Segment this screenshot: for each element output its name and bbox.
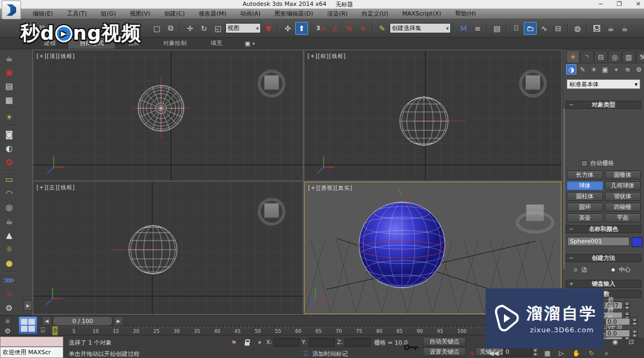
tab-motion[interactable]: ◎	[608, 50, 621, 63]
environment-sphere-icon[interactable]: ◐	[3, 142, 16, 155]
isolate-selection-icon[interactable]: ▦	[541, 348, 554, 358]
center-radio[interactable]	[610, 267, 616, 273]
edit-named-selection-icon[interactable]: ✎	[376, 22, 389, 35]
primitive-button[interactable]: 长方体	[567, 170, 603, 180]
x-coordinate-field[interactable]	[274, 338, 299, 347]
primitive-button[interactable]: 圆环	[567, 203, 603, 212]
render-setup-icon[interactable]: ◍	[571, 22, 584, 35]
ribbon-tab[interactable]: 填充	[199, 38, 234, 49]
close-button[interactable]: ✕	[636, 0, 641, 8]
rollout-object-type[interactable]: − 对象类型	[566, 101, 641, 109]
tab-modify[interactable]: ◝	[580, 50, 594, 63]
schematic-view-icon[interactable]: ⊟	[552, 22, 565, 35]
pan-icon[interactable]: ✋	[570, 348, 583, 358]
primitive-button[interactable]: 圆锥体	[605, 170, 641, 180]
viewport-front[interactable]: [+][前][线框]	[304, 50, 561, 181]
sky-light-icon[interactable]: ●	[3, 257, 16, 270]
menu-item[interactable]: 视图(V)	[123, 9, 157, 19]
rollout-keyboard-entry[interactable]: + 键盘输入	[566, 280, 641, 288]
next-frame-button[interactable]: ▶	[114, 316, 123, 326]
spacewarps-icon[interactable]: ≋	[623, 64, 633, 74]
frame-display[interactable]: 0 / 100	[53, 316, 113, 326]
menu-item[interactable]: 图形编辑器(D)	[268, 9, 320, 19]
named-selection-set-dropdown[interactable]: 创建选择集▾	[390, 23, 451, 33]
ring-light-icon[interactable]: ◎	[3, 201, 16, 214]
maxscript-listener-line[interactable]: 欢迎使用 MAXScr	[0, 347, 63, 358]
sun-light-icon[interactable]: ☼	[3, 243, 16, 256]
align-icon[interactable]: ≡	[471, 22, 484, 35]
set-key-icon[interactable]	[402, 337, 421, 357]
panel-scrollbar[interactable]	[563, 108, 565, 269]
viewcube[interactable]	[257, 197, 287, 227]
edge-radio-row[interactable]: 边	[573, 266, 587, 274]
viewport-label[interactable]: [+][前][线框]	[308, 53, 346, 60]
viewcube[interactable]	[257, 69, 287, 99]
viewport-left[interactable]: [+][左][线框]	[33, 182, 303, 314]
primitive-button[interactable]: 圆柱体	[567, 192, 603, 201]
minimize-button[interactable]: ─	[599, 0, 603, 8]
rendered-frame-icon[interactable]: ⛾	[590, 22, 603, 35]
array-tool-icon[interactable]: ⋙	[3, 274, 16, 287]
render-iterative-icon[interactable]: ☕	[618, 22, 631, 35]
pin-stack-icon[interactable]: ⚑	[228, 338, 240, 347]
menu-item[interactable]: 渲染(R)	[320, 9, 355, 19]
shapes-icon[interactable]: ✎	[577, 64, 588, 74]
object-name-field[interactable]: Sphere001	[567, 237, 630, 246]
menu-item[interactable]: 帮助(H)	[448, 9, 483, 19]
add-time-tag-icon[interactable]: ⌻	[301, 349, 311, 358]
slice-from-spinner[interactable]: ▲▼	[632, 317, 638, 326]
fov-icon[interactable]: ▷	[555, 348, 568, 358]
camera-icon[interactable]: ◙	[3, 128, 16, 141]
helpers-icon[interactable]: ⌖	[611, 64, 621, 74]
primitive-button[interactable]: 管状体	[605, 192, 641, 201]
curve-editor-icon[interactable]: ∿	[538, 22, 551, 35]
molecule-icon[interactable]: ⚛	[2, 316, 13, 326]
go-to-start-icon[interactable]: ◀◀	[487, 348, 500, 358]
schematic-icon[interactable]: ⚙	[3, 302, 16, 315]
menu-item[interactable]: 自定义(U)	[355, 9, 396, 19]
systems-icon[interactable]: ⚙	[634, 64, 644, 74]
slice-to-field[interactable]: 0.0	[605, 330, 630, 337]
viewport-label[interactable]: [+][左][线框]	[36, 184, 75, 191]
previous-frame-button[interactable]: ◀	[42, 316, 52, 326]
tab-display[interactable]: ▥	[622, 50, 635, 63]
maximize-viewport-icon[interactable]: ⌕	[600, 348, 613, 358]
dome-light-icon[interactable]: ◠	[3, 187, 16, 200]
batch-render-icon[interactable]: ❂	[3, 156, 16, 169]
viewcube[interactable]	[515, 199, 555, 235]
menu-item[interactable]: 创建(C)	[157, 9, 192, 19]
y-coordinate-field[interactable]	[309, 338, 335, 347]
ribbon-tab[interactable]: 对象绘制	[151, 38, 199, 49]
molecule-icon[interactable]: ⚛	[3, 288, 16, 301]
render-preview-icon[interactable]: ▣	[3, 66, 16, 79]
primitive-button[interactable]: 四棱锥	[605, 203, 641, 212]
edge-radio[interactable]	[573, 267, 579, 273]
absolute-mode-icon[interactable]: ⌖	[253, 338, 266, 347]
cameras-icon[interactable]: ▣	[600, 64, 610, 74]
tab-utilities[interactable]: ⚒	[636, 50, 644, 63]
frame-spinner[interactable]: ▲▼	[532, 348, 538, 356]
orbit-icon[interactable]: ↻	[585, 348, 598, 358]
wire-teapot-icon[interactable]: ☕	[3, 215, 16, 228]
toolbar-overflow-button[interactable]: ▶	[24, 300, 32, 311]
rollout-name-color[interactable]: − 名称和颜色	[566, 225, 641, 233]
teapot-render-icon[interactable]: ☕	[3, 52, 16, 65]
autogrid-checkbox-row[interactable]: 自动栅格	[581, 159, 614, 167]
select-scale-icon[interactable]: ◱	[211, 22, 224, 35]
rect-selection-icon[interactable]: ▢	[150, 22, 163, 35]
maximize-button[interactable]: ❐	[617, 0, 622, 8]
time-tag-icon[interactable]: ⌻	[38, 325, 48, 335]
center-radio-row[interactable]: 中心	[610, 266, 631, 274]
slice-from-field[interactable]: 0.0	[605, 318, 630, 325]
menu-item[interactable]: 工具(T)	[60, 9, 94, 19]
schematic-person-icon[interactable]: ⚙	[2, 326, 13, 335]
mirror-icon[interactable]: M	[457, 22, 470, 35]
primitive-button[interactable]: 茶壶	[567, 213, 603, 222]
viewcube[interactable]	[518, 69, 548, 99]
tab-create[interactable]: ☀	[566, 50, 580, 63]
graphite-ribbon-icon[interactable]: ⌼	[510, 22, 523, 35]
lights-icon[interactable]: ☀	[589, 64, 599, 74]
autogrid-checkbox[interactable]	[581, 160, 588, 167]
geometry-icon[interactable]: ◑	[566, 64, 576, 74]
select-manipulate-icon[interactable]: ✜	[281, 22, 294, 35]
